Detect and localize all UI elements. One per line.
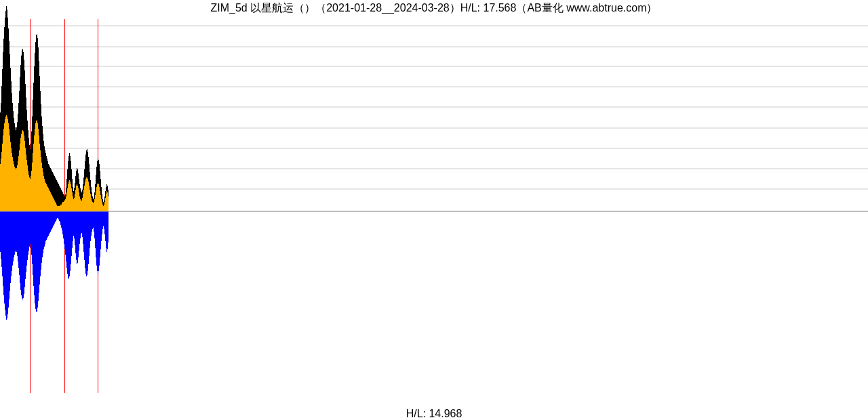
svg-rect-391: [39, 211, 40, 285]
svg-rect-304: [89, 186, 90, 211]
svg-rect-263: [61, 205, 62, 211]
svg-rect-244: [48, 188, 49, 211]
svg-rect-204: [21, 134, 22, 211]
svg-rect-381: [33, 211, 33, 275]
svg-rect-228: [37, 123, 38, 211]
svg-rect-401: [46, 211, 47, 240]
svg-rect-312: [94, 199, 95, 211]
svg-rect-194: [14, 167, 15, 211]
svg-rect-375: [28, 211, 29, 251]
svg-rect-403: [47, 211, 48, 237]
svg-rect-458: [85, 211, 85, 268]
svg-rect-482: [101, 211, 102, 241]
svg-rect-224: [35, 129, 35, 211]
svg-rect-294: [82, 198, 83, 211]
svg-rect-334: [1, 211, 1, 259]
svg-rect-317: [98, 183, 98, 211]
svg-rect-367: [23, 211, 24, 298]
svg-rect-330: [106, 191, 107, 211]
svg-rect-439: [72, 211, 73, 248]
svg-rect-390: [39, 211, 39, 293]
svg-rect-420: [59, 211, 60, 221]
svg-rect-452: [81, 211, 81, 234]
svg-rect-392: [40, 211, 41, 276]
svg-rect-341: [5, 211, 6, 316]
svg-rect-356: [16, 211, 16, 251]
svg-rect-260: [59, 206, 60, 211]
svg-rect-291: [80, 199, 81, 211]
svg-rect-327: [104, 202, 105, 211]
svg-rect-282: [74, 198, 75, 211]
svg-rect-416: [56, 211, 57, 219]
svg-rect-338: [3, 211, 4, 295]
svg-rect-251: [53, 198, 54, 211]
svg-rect-413: [54, 211, 55, 224]
svg-rect-311: [94, 202, 94, 211]
svg-rect-373: [27, 211, 28, 260]
svg-rect-252: [54, 199, 54, 211]
svg-rect-386: [36, 211, 37, 312]
svg-rect-433: [68, 211, 68, 278]
svg-rect-366: [22, 211, 23, 299]
svg-rect-340: [5, 211, 5, 310]
svg-rect-300: [86, 177, 87, 211]
svg-rect-457: [84, 211, 85, 260]
svg-rect-242: [47, 186, 47, 211]
svg-rect-398: [44, 211, 45, 247]
svg-rect-349: [11, 211, 12, 276]
svg-rect-290: [79, 196, 80, 211]
svg-rect-442: [74, 211, 75, 238]
chart-footer: H/L: 14.968: [0, 408, 868, 420]
svg-rect-181: [5, 117, 6, 211]
svg-rect-208: [24, 135, 24, 211]
svg-rect-383: [34, 211, 35, 295]
svg-rect-374: [28, 211, 28, 255]
svg-rect-378: [31, 211, 31, 248]
svg-rect-216: [29, 177, 30, 211]
svg-rect-234: [41, 163, 42, 211]
svg-rect-270: [66, 196, 66, 211]
svg-rect-254: [55, 202, 56, 211]
svg-rect-423: [61, 211, 62, 228]
svg-rect-365: [22, 211, 22, 298]
svg-rect-430: [66, 211, 66, 261]
svg-rect-196: [16, 169, 16, 211]
svg-rect-310: [93, 203, 94, 211]
svg-rect-468: [92, 211, 92, 232]
svg-rect-214: [28, 171, 28, 211]
svg-rect-299: [85, 179, 86, 211]
svg-rect-447: [77, 211, 78, 263]
svg-rect-249: [52, 195, 52, 211]
svg-rect-295: [83, 194, 83, 211]
svg-rect-190: [12, 153, 12, 211]
svg-rect-273: [68, 184, 68, 211]
svg-rect-437: [71, 211, 71, 264]
svg-rect-412: [54, 211, 54, 225]
svg-rect-394: [41, 211, 42, 263]
svg-rect-212: [26, 160, 27, 211]
svg-rect-218: [31, 176, 31, 211]
svg-rect-477: [98, 211, 98, 274]
svg-rect-261: [60, 206, 60, 211]
svg-rect-483: [102, 211, 102, 234]
svg-rect-346: [9, 211, 9, 299]
svg-rect-186: [9, 129, 9, 211]
svg-rect-271: [66, 192, 67, 211]
svg-rect-253: [54, 201, 55, 211]
svg-rect-354: [14, 211, 15, 255]
svg-rect-180: [5, 119, 5, 211]
svg-rect-417: [57, 211, 58, 218]
svg-rect-490: [106, 211, 107, 252]
svg-rect-473: [95, 211, 96, 248]
svg-rect-479: [99, 211, 100, 266]
svg-rect-364: [21, 211, 22, 295]
svg-rect-227: [37, 121, 37, 211]
svg-rect-281: [73, 199, 74, 211]
price-hl-chart: [0, 0, 868, 420]
svg-rect-329: [106, 194, 106, 211]
svg-rect-343: [7, 211, 7, 318]
svg-rect-388: [37, 211, 38, 308]
svg-rect-410: [52, 211, 53, 228]
svg-rect-446: [77, 211, 77, 264]
svg-rect-245: [49, 190, 50, 211]
